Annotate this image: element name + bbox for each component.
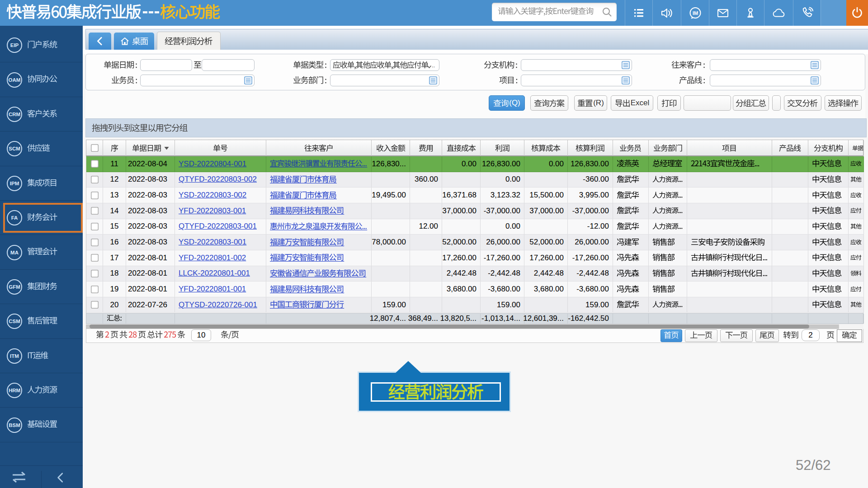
svg-text:IM: IM <box>692 10 698 16</box>
